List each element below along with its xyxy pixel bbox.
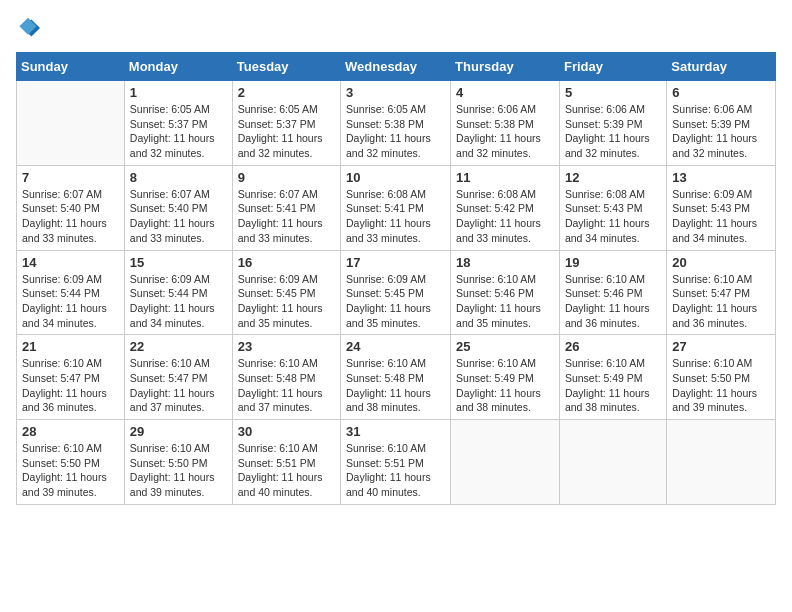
day-header-monday: Monday [124,53,232,81]
day-info: Sunrise: 6:10 AMSunset: 5:48 PMDaylight:… [238,356,335,415]
day-info: Sunrise: 6:05 AMSunset: 5:38 PMDaylight:… [346,102,445,161]
calendar-cell: 30Sunrise: 6:10 AMSunset: 5:51 PMDayligh… [232,420,340,505]
day-info: Sunrise: 6:07 AMSunset: 5:40 PMDaylight:… [22,187,119,246]
day-info: Sunrise: 6:10 AMSunset: 5:51 PMDaylight:… [346,441,445,500]
day-header-friday: Friday [559,53,666,81]
day-number: 25 [456,339,554,354]
day-number: 20 [672,255,770,270]
calendar-cell: 12Sunrise: 6:08 AMSunset: 5:43 PMDayligh… [559,165,666,250]
day-number: 18 [456,255,554,270]
calendar-cell: 14Sunrise: 6:09 AMSunset: 5:44 PMDayligh… [17,250,125,335]
day-info: Sunrise: 6:06 AMSunset: 5:38 PMDaylight:… [456,102,554,161]
calendar-cell: 20Sunrise: 6:10 AMSunset: 5:47 PMDayligh… [667,250,776,335]
calendar-cell [559,420,666,505]
day-number: 6 [672,85,770,100]
calendar-cell: 17Sunrise: 6:09 AMSunset: 5:45 PMDayligh… [341,250,451,335]
calendar-cell: 2Sunrise: 6:05 AMSunset: 5:37 PMDaylight… [232,81,340,166]
calendar-cell: 5Sunrise: 6:06 AMSunset: 5:39 PMDaylight… [559,81,666,166]
calendar-cell: 8Sunrise: 6:07 AMSunset: 5:40 PMDaylight… [124,165,232,250]
calendar-cell [17,81,125,166]
calendar-cell: 4Sunrise: 6:06 AMSunset: 5:38 PMDaylight… [451,81,560,166]
calendar-week-row: 21Sunrise: 6:10 AMSunset: 5:47 PMDayligh… [17,335,776,420]
day-number: 23 [238,339,335,354]
day-info: Sunrise: 6:10 AMSunset: 5:50 PMDaylight:… [22,441,119,500]
day-info: Sunrise: 6:10 AMSunset: 5:46 PMDaylight:… [456,272,554,331]
day-number: 12 [565,170,661,185]
day-info: Sunrise: 6:10 AMSunset: 5:48 PMDaylight:… [346,356,445,415]
day-number: 5 [565,85,661,100]
day-number: 11 [456,170,554,185]
calendar-week-row: 7Sunrise: 6:07 AMSunset: 5:40 PMDaylight… [17,165,776,250]
calendar-cell: 16Sunrise: 6:09 AMSunset: 5:45 PMDayligh… [232,250,340,335]
day-info: Sunrise: 6:05 AMSunset: 5:37 PMDaylight:… [238,102,335,161]
calendar-cell: 9Sunrise: 6:07 AMSunset: 5:41 PMDaylight… [232,165,340,250]
calendar-cell: 10Sunrise: 6:08 AMSunset: 5:41 PMDayligh… [341,165,451,250]
day-header-thursday: Thursday [451,53,560,81]
day-header-wednesday: Wednesday [341,53,451,81]
day-info: Sunrise: 6:06 AMSunset: 5:39 PMDaylight:… [672,102,770,161]
day-number: 3 [346,85,445,100]
calendar-cell: 15Sunrise: 6:09 AMSunset: 5:44 PMDayligh… [124,250,232,335]
day-info: Sunrise: 6:10 AMSunset: 5:47 PMDaylight:… [672,272,770,331]
day-number: 9 [238,170,335,185]
calendar-week-row: 28Sunrise: 6:10 AMSunset: 5:50 PMDayligh… [17,420,776,505]
day-info: Sunrise: 6:09 AMSunset: 5:44 PMDaylight:… [130,272,227,331]
day-number: 1 [130,85,227,100]
day-info: Sunrise: 6:09 AMSunset: 5:44 PMDaylight:… [22,272,119,331]
day-info: Sunrise: 6:07 AMSunset: 5:41 PMDaylight:… [238,187,335,246]
calendar-cell: 3Sunrise: 6:05 AMSunset: 5:38 PMDaylight… [341,81,451,166]
logo [16,16,44,40]
day-info: Sunrise: 6:10 AMSunset: 5:47 PMDaylight:… [22,356,119,415]
day-info: Sunrise: 6:10 AMSunset: 5:51 PMDaylight:… [238,441,335,500]
day-header-sunday: Sunday [17,53,125,81]
calendar-cell: 6Sunrise: 6:06 AMSunset: 5:39 PMDaylight… [667,81,776,166]
calendar-cell: 19Sunrise: 6:10 AMSunset: 5:46 PMDayligh… [559,250,666,335]
calendar-header-row: SundayMondayTuesdayWednesdayThursdayFrid… [17,53,776,81]
calendar-cell: 18Sunrise: 6:10 AMSunset: 5:46 PMDayligh… [451,250,560,335]
day-info: Sunrise: 6:09 AMSunset: 5:45 PMDaylight:… [346,272,445,331]
logo-icon [16,16,40,40]
day-info: Sunrise: 6:10 AMSunset: 5:50 PMDaylight:… [130,441,227,500]
day-info: Sunrise: 6:10 AMSunset: 5:50 PMDaylight:… [672,356,770,415]
day-info: Sunrise: 6:10 AMSunset: 5:47 PMDaylight:… [130,356,227,415]
day-info: Sunrise: 6:09 AMSunset: 5:45 PMDaylight:… [238,272,335,331]
day-number: 4 [456,85,554,100]
day-info: Sunrise: 6:06 AMSunset: 5:39 PMDaylight:… [565,102,661,161]
day-info: Sunrise: 6:09 AMSunset: 5:43 PMDaylight:… [672,187,770,246]
calendar-table: SundayMondayTuesdayWednesdayThursdayFrid… [16,52,776,505]
calendar-cell [451,420,560,505]
calendar-cell: 11Sunrise: 6:08 AMSunset: 5:42 PMDayligh… [451,165,560,250]
day-info: Sunrise: 6:08 AMSunset: 5:43 PMDaylight:… [565,187,661,246]
calendar-cell: 1Sunrise: 6:05 AMSunset: 5:37 PMDaylight… [124,81,232,166]
calendar-cell: 29Sunrise: 6:10 AMSunset: 5:50 PMDayligh… [124,420,232,505]
day-info: Sunrise: 6:10 AMSunset: 5:49 PMDaylight:… [565,356,661,415]
day-number: 21 [22,339,119,354]
day-header-tuesday: Tuesday [232,53,340,81]
day-number: 8 [130,170,227,185]
day-number: 30 [238,424,335,439]
day-number: 17 [346,255,445,270]
day-info: Sunrise: 6:07 AMSunset: 5:40 PMDaylight:… [130,187,227,246]
day-number: 27 [672,339,770,354]
calendar-cell: 31Sunrise: 6:10 AMSunset: 5:51 PMDayligh… [341,420,451,505]
calendar-cell: 26Sunrise: 6:10 AMSunset: 5:49 PMDayligh… [559,335,666,420]
calendar-cell: 21Sunrise: 6:10 AMSunset: 5:47 PMDayligh… [17,335,125,420]
calendar-cell: 7Sunrise: 6:07 AMSunset: 5:40 PMDaylight… [17,165,125,250]
page-header [16,16,776,40]
day-number: 2 [238,85,335,100]
day-number: 31 [346,424,445,439]
day-info: Sunrise: 6:08 AMSunset: 5:42 PMDaylight:… [456,187,554,246]
calendar-cell: 23Sunrise: 6:10 AMSunset: 5:48 PMDayligh… [232,335,340,420]
day-info: Sunrise: 6:10 AMSunset: 5:46 PMDaylight:… [565,272,661,331]
day-number: 15 [130,255,227,270]
day-number: 26 [565,339,661,354]
day-number: 22 [130,339,227,354]
day-number: 16 [238,255,335,270]
day-number: 14 [22,255,119,270]
day-number: 13 [672,170,770,185]
day-number: 19 [565,255,661,270]
calendar-week-row: 1Sunrise: 6:05 AMSunset: 5:37 PMDaylight… [17,81,776,166]
calendar-cell: 28Sunrise: 6:10 AMSunset: 5:50 PMDayligh… [17,420,125,505]
day-info: Sunrise: 6:05 AMSunset: 5:37 PMDaylight:… [130,102,227,161]
day-header-saturday: Saturday [667,53,776,81]
